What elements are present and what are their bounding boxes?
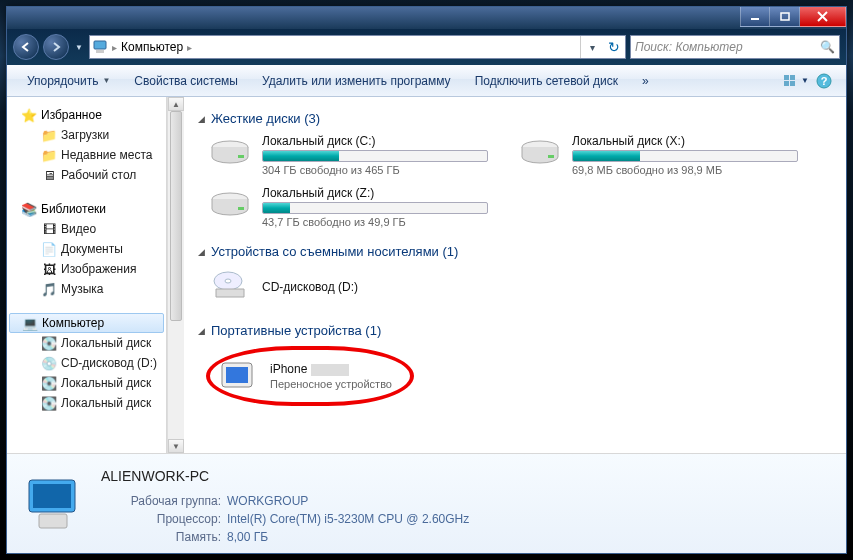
sidebar-item-downloads[interactable]: 📁Загрузки <box>7 125 166 145</box>
detail-value: 8,00 ГБ <box>227 530 268 544</box>
desktop-icon: 🖥 <box>41 167 57 183</box>
breadcrumb[interactable]: Компьютер <box>119 40 185 54</box>
history-dropdown[interactable]: ▼ <box>73 36 85 58</box>
drive-label: Локальный диск (Z:) <box>262 186 488 200</box>
sidebar-item-pictures[interactable]: 🖼Изображения <box>7 259 166 279</box>
scroll-thumb[interactable] <box>170 111 182 321</box>
map-drive-button[interactable]: Подключить сетевой диск <box>463 65 630 96</box>
minimize-button[interactable] <box>740 7 770 27</box>
nav-row: ▼ ▸ Компьютер ▸ ▾ ↻ Поиск: Компьютер 🔍 <box>7 29 846 65</box>
drive-icon <box>518 134 562 174</box>
detail-label: Рабочая группа: <box>101 494 221 508</box>
libraries-icon: 📚 <box>21 201 37 217</box>
sidebar-computer[interactable]: 💻Компьютер <box>9 313 164 333</box>
toolbar-overflow[interactable]: » <box>630 65 661 96</box>
drive-x[interactable]: Локальный диск (X:) 69,8 МБ свободно из … <box>518 134 798 176</box>
refresh-button[interactable]: ↻ <box>603 39 625 55</box>
computer-icon <box>90 40 110 54</box>
detail-value: WORKGROUP <box>227 494 308 508</box>
video-icon: 🎞 <box>41 221 57 237</box>
svg-rect-21 <box>226 367 248 383</box>
device-label: iPhone <box>270 362 392 376</box>
picture-icon: 🖼 <box>41 261 57 277</box>
collapse-icon: ◢ <box>198 247 205 257</box>
chevron-down-icon: ▼ <box>102 76 110 85</box>
detail-value: Intel(R) Core(TM) i5-3230M CPU @ 2.60GHz <box>227 512 469 526</box>
sidebar-scrollbar[interactable]: ▲ ▼ <box>167 97 184 453</box>
sidebar-item-recent[interactable]: 📁Недавние места <box>7 145 166 165</box>
svg-rect-1 <box>781 13 789 20</box>
sidebar-libraries[interactable]: 📚Библиотеки <box>7 199 166 219</box>
svg-rect-15 <box>548 155 554 158</box>
search-input[interactable]: Поиск: Компьютер 🔍 <box>630 35 840 59</box>
cd-icon <box>208 267 252 307</box>
scroll-up-button[interactable]: ▲ <box>168 97 184 111</box>
svg-rect-8 <box>784 81 789 86</box>
svg-rect-24 <box>39 514 67 528</box>
uninstall-button[interactable]: Удалить или изменить программу <box>250 65 463 96</box>
svg-point-19 <box>225 279 231 283</box>
svg-text:?: ? <box>821 75 828 87</box>
star-icon: ⭐ <box>21 107 37 123</box>
chevron-right-icon: ▸ <box>185 42 194 53</box>
device-cd[interactable]: CD-дисковод (D:) <box>208 267 488 307</box>
sidebar-item-desktop[interactable]: 🖥Рабочий стол <box>7 165 166 185</box>
computer-icon: 💻 <box>22 315 38 331</box>
drive-capacity-bar <box>262 150 488 162</box>
forward-button[interactable] <box>43 34 69 60</box>
help-button[interactable]: ? <box>810 73 838 89</box>
computer-name: ALIENWORK-PC <box>101 468 469 484</box>
svg-rect-9 <box>790 81 795 86</box>
sidebar-item-documents[interactable]: 📄Документы <box>7 239 166 259</box>
toolbar: Упорядочить▼ Свойства системы Удалить ил… <box>7 65 846 97</box>
section-hdd[interactable]: ◢Жесткие диски (3) <box>198 111 846 126</box>
annotation-highlight: iPhone Переносное устройство <box>206 346 414 406</box>
cd-icon: 💿 <box>41 355 57 371</box>
sidebar-item-cddrive[interactable]: 💿CD-дисковод (D:) <box>7 353 166 373</box>
search-icon: 🔍 <box>820 40 835 54</box>
explorer-window: ▼ ▸ Компьютер ▸ ▾ ↻ Поиск: Компьютер 🔍 У… <box>6 6 847 554</box>
device-subtitle: Переносное устройство <box>270 378 392 390</box>
drive-free-text: 69,8 МБ свободно из 98,9 МБ <box>572 164 798 176</box>
device-iphone[interactable]: iPhone Переносное устройство <box>270 362 392 390</box>
sidebar-item-localdisk[interactable]: 💽Локальный диск <box>7 393 166 413</box>
detail-label: Память: <box>101 530 221 544</box>
drive-icon: 💽 <box>41 395 57 411</box>
details-pane: ALIENWORK-PC Рабочая группа:WORKGROUP Пр… <box>7 453 846 553</box>
drive-free-text: 304 ГБ свободно из 465 ГБ <box>262 164 488 176</box>
view-button[interactable]: ▼ <box>782 74 810 88</box>
drive-c[interactable]: Локальный диск (C:) 304 ГБ свободно из 4… <box>208 134 488 176</box>
content-pane: ◢Жесткие диски (3) Локальный диск (C:) 3… <box>184 97 846 453</box>
close-button[interactable] <box>800 7 846 27</box>
back-button[interactable] <box>13 34 39 60</box>
drive-icon <box>208 186 252 226</box>
titlebar <box>7 7 846 29</box>
recent-icon: 📁 <box>41 147 57 163</box>
system-properties-button[interactable]: Свойства системы <box>122 65 250 96</box>
sidebar-item-localdisk[interactable]: 💽Локальный диск <box>7 373 166 393</box>
organize-button[interactable]: Упорядочить▼ <box>15 65 122 96</box>
device-label: CD-дисковод (D:) <box>262 280 488 294</box>
sidebar-item-video[interactable]: 🎞Видео <box>7 219 166 239</box>
svg-rect-5 <box>96 50 104 53</box>
portable-device-icon <box>216 356 260 396</box>
svg-rect-17 <box>238 207 244 210</box>
sidebar-favorites[interactable]: ⭐Избранное <box>7 105 166 125</box>
address-dropdown[interactable]: ▾ <box>581 42 603 53</box>
drive-capacity-bar <box>572 150 798 162</box>
address-bar[interactable]: ▸ Компьютер ▸ ▾ ↻ <box>89 35 626 59</box>
music-icon: 🎵 <box>41 281 57 297</box>
sidebar-item-localdisk[interactable]: 💽Локальный диск <box>7 333 166 353</box>
svg-rect-13 <box>238 155 244 158</box>
svg-rect-23 <box>33 484 71 508</box>
section-portable[interactable]: ◢Портативные устройства (1) <box>198 323 846 338</box>
drive-capacity-bar <box>262 202 488 214</box>
folder-icon: 📁 <box>41 127 57 143</box>
section-removable[interactable]: ◢Устройства со съемными носителями (1) <box>198 244 846 259</box>
collapse-icon: ◢ <box>198 326 205 336</box>
drive-z[interactable]: Локальный диск (Z:) 43,7 ГБ свободно из … <box>208 186 488 228</box>
sidebar-item-music[interactable]: 🎵Музыка <box>7 279 166 299</box>
maximize-button[interactable] <box>770 7 800 27</box>
scroll-down-button[interactable]: ▼ <box>168 439 184 453</box>
drive-icon <box>208 134 252 174</box>
